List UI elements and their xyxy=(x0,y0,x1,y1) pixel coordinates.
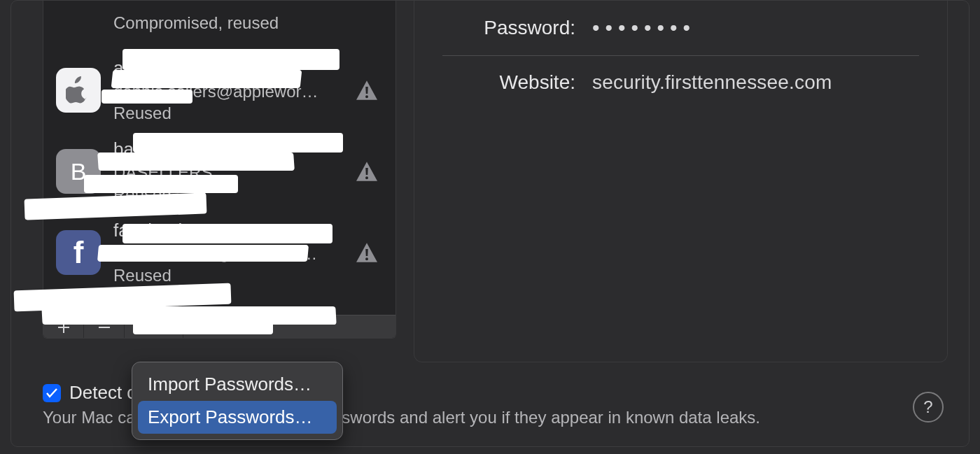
password-field-value[interactable]: •••••••• xyxy=(592,16,696,40)
site-icon-placeholder xyxy=(56,1,101,45)
more-options-button[interactable] xyxy=(125,315,183,339)
chevron-down-icon xyxy=(159,325,167,330)
apple-icon xyxy=(56,68,101,113)
list-item[interactable]: apple.com dennis.sellers@applewor… Reuse… xyxy=(43,52,396,134)
warning-icon xyxy=(356,162,377,181)
password-details-pane: Password: •••••••• Website: security.fir… xyxy=(414,1,948,362)
svg-point-3 xyxy=(150,326,151,327)
site-domain: facebook.com xyxy=(113,219,344,243)
site-domain: barclaycardus.com xyxy=(113,138,344,162)
help-icon: ? xyxy=(923,397,932,417)
warning-icon xyxy=(356,243,377,262)
password-status: Reused xyxy=(113,102,344,124)
password-list-sidebar: Compromised, reused apple.com dennis.sel… xyxy=(43,1,396,339)
export-passwords-menu-item[interactable]: Export Passwords… xyxy=(138,401,337,434)
letter-b-icon: B xyxy=(56,149,101,194)
website-field-value[interactable]: security.firsttennessee.com xyxy=(592,71,832,94)
help-button[interactable]: ? xyxy=(913,392,944,423)
list-toolbar xyxy=(43,315,396,338)
remove-button[interactable] xyxy=(84,315,125,339)
svg-point-2 xyxy=(146,326,148,327)
password-status: Reused xyxy=(113,264,344,286)
list-item[interactable]: f facebook.com dennis.sellers@comcast.… … xyxy=(43,215,396,296)
password-status: Reused xyxy=(113,183,344,205)
divider xyxy=(442,55,919,56)
more-options-menu: Import Passwords… Export Passwords… xyxy=(132,362,343,440)
site-domain: apple.com xyxy=(113,57,344,80)
svg-point-1 xyxy=(144,326,145,327)
list-item[interactable]: Compromised, reused xyxy=(43,1,396,52)
site-username: dennis.sellers@applewor… xyxy=(113,80,344,102)
site-username: dennis.sellers@comcast.… xyxy=(113,243,344,264)
import-passwords-menu-item[interactable]: Import Passwords… xyxy=(138,368,337,401)
facebook-icon: f xyxy=(56,230,101,275)
list-item[interactable]: B barclaycardus.com DASELLERS Reused xyxy=(43,134,396,215)
website-field-label: Website: xyxy=(442,71,575,94)
ellipsis-icon xyxy=(141,320,155,334)
password-list: Compromised, reused apple.com dennis.sel… xyxy=(43,1,396,338)
password-status: Compromised, reused xyxy=(113,12,383,34)
warning-icon xyxy=(356,80,377,100)
add-button[interactable] xyxy=(43,315,84,339)
site-username: DASELLERS xyxy=(113,162,344,183)
detect-compromised-checkbox[interactable] xyxy=(43,384,61,402)
password-field-label: Password: xyxy=(442,17,575,39)
